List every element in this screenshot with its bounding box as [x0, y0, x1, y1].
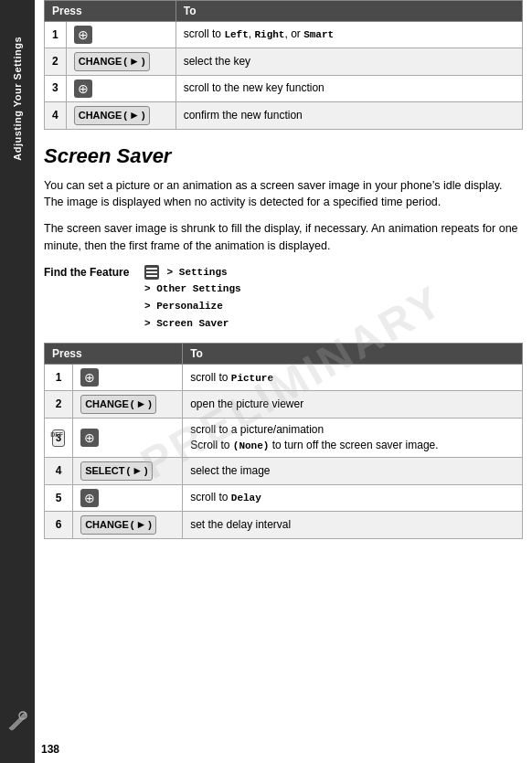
- row-num: 4: [45, 101, 67, 129]
- menu-icon: [144, 265, 159, 280]
- top-press-table: Press To 1 ⊕ scroll to Left, Right, or S…: [44, 0, 523, 130]
- change-paren-open: (: [131, 397, 134, 411]
- bottom-table-header-to: To: [183, 344, 523, 365]
- select-button: SELECT ( ► ): [80, 461, 153, 481]
- row-press: ⊕: [73, 485, 183, 512]
- change-paren-close: ): [148, 397, 152, 411]
- row-press: CHANGE ( ► ): [66, 101, 176, 129]
- nav-icon: ⊕: [74, 26, 92, 44]
- find-feature-path-item: > Settings: [144, 264, 241, 281]
- table-row: 2 CHANGE ( ► ) open the picture viewer: [45, 391, 523, 419]
- nav-icon: ⊕: [80, 368, 99, 387]
- row-press: ⊕: [66, 75, 176, 101]
- bottom-table-header-press: Press: [45, 344, 183, 365]
- row-press: CHANGE ( ► ): [73, 391, 183, 419]
- row-num: 1: [45, 365, 73, 391]
- select-paren-close: ): [144, 464, 148, 478]
- select-arrow-icon: ►: [132, 463, 143, 479]
- sidebar-label: Adjusting Your Settings: [12, 37, 23, 161]
- change-arrow-icon: ►: [135, 397, 146, 412]
- bottom-press-table: Press To 1 ⊕ scroll to Picture 2: [44, 343, 523, 539]
- table-row: 1 ⊕ scroll to Picture: [45, 365, 523, 391]
- find-feature-path-item: > Personalize: [144, 298, 241, 315]
- nav-icon: ⊕: [80, 489, 99, 507]
- row-to: open the picture viewer: [183, 391, 523, 419]
- row-press: CHANGE ( ► ): [73, 512, 183, 539]
- main-content: Press To 1 ⊕ scroll to Left, Right, or S…: [35, 0, 532, 763]
- table-row: 1 ⊕ scroll to Left, Right, or Smart: [45, 22, 523, 48]
- top-table-header-press: Press: [45, 1, 176, 22]
- find-feature-path-item: > Screen Saver: [144, 315, 241, 333]
- table-row: 4 CHANGE ( ► ) confirm the new function: [45, 101, 523, 129]
- change-label: CHANGE: [79, 109, 122, 122]
- change-paren-open: (: [123, 109, 127, 122]
- change-label: CHANGE: [85, 397, 129, 411]
- table-row: 5 ⊕ scroll to Delay: [45, 485, 523, 512]
- section-heading: Screen Saver: [44, 144, 523, 168]
- row-press: ⊕: [73, 419, 183, 458]
- row-num: 2: [45, 48, 67, 76]
- change-paren-close: ): [142, 109, 145, 122]
- row-num: 1: [45, 22, 67, 48]
- change-button: CHANGE ( ► ): [80, 515, 156, 535]
- select-paren-open: (: [127, 464, 131, 478]
- table-row: 2 CHANGE ( ► ) select the key: [45, 48, 523, 76]
- row-press: CHANGE ( ► ): [66, 48, 176, 76]
- change-button: CHANGE ( ► ): [80, 395, 156, 414]
- row-num: 6: [45, 512, 73, 539]
- find-feature-path: > Settings > Other Settings > Personaliz…: [144, 264, 241, 333]
- change-label: CHANGE: [79, 55, 122, 69]
- change-paren-close: ): [148, 518, 152, 532]
- change-arrow-icon: ►: [129, 54, 140, 69]
- table-row: DEF 3 ⊕ scroll to a picture/animation Sc…: [45, 419, 523, 458]
- row-num: 3: [45, 75, 67, 101]
- row-press: ⊕: [66, 22, 176, 48]
- table-row: 6 CHANGE ( ► ) set the delay interval: [45, 512, 523, 539]
- top-table-header-to: To: [176, 1, 522, 22]
- table-row: 4 SELECT ( ► ) select the image: [45, 458, 523, 485]
- sidebar: Adjusting Your Settings: [0, 0, 35, 763]
- page-number: 138: [41, 743, 59, 756]
- nav-icon: ⊕: [74, 79, 92, 98]
- row-to: scroll to Picture: [183, 365, 523, 391]
- row-num: 2: [45, 391, 73, 419]
- row-num: 4: [45, 458, 73, 485]
- row-to: select the key: [176, 48, 522, 76]
- row-to: confirm the new function: [176, 101, 522, 129]
- row-to: select the image: [183, 458, 523, 485]
- row-num: 5: [45, 485, 73, 512]
- find-feature-label: Find the Feature: [44, 264, 144, 279]
- nav-icon: ⊕: [80, 429, 99, 447]
- change-paren-open: (: [123, 55, 127, 69]
- row-num: DEF 3: [45, 419, 73, 458]
- change-button: CHANGE ( ► ): [74, 52, 150, 71]
- change-button: CHANGE ( ► ): [74, 106, 150, 125]
- change-paren-close: ): [142, 55, 145, 69]
- section-para1: You can set a picture or an animation as…: [44, 177, 523, 212]
- row-to: scroll to Left, Right, or Smart: [176, 22, 522, 48]
- row-to: scroll to a picture/animation Scroll to …: [183, 419, 523, 458]
- row-to: scroll to Delay: [183, 485, 523, 512]
- select-label: SELECT: [85, 464, 124, 478]
- find-feature-path-item: > Other Settings: [144, 281, 241, 298]
- change-arrow-icon: ►: [135, 517, 146, 533]
- wrench-icon: [5, 707, 30, 736]
- row-press: ⊕: [73, 365, 183, 391]
- table-row: 3 ⊕ scroll to the new key function: [45, 75, 523, 101]
- section-para2: The screen saver image is shrunk to fill…: [44, 220, 523, 255]
- row-press: SELECT ( ► ): [73, 458, 183, 485]
- row-to: set the delay interval: [183, 512, 523, 539]
- row-to: scroll to the new key function: [176, 75, 522, 101]
- change-paren-open: (: [131, 518, 134, 532]
- change-arrow-icon: ►: [129, 108, 140, 123]
- change-label: CHANGE: [85, 518, 129, 532]
- find-feature-block: Find the Feature > Settings > Other Sett…: [44, 264, 523, 333]
